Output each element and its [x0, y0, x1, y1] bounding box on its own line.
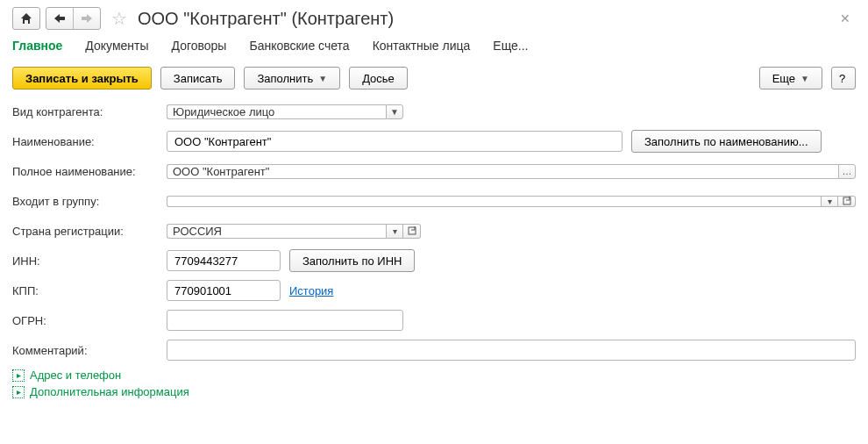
- dossier-button[interactable]: Досье: [349, 67, 408, 90]
- full-name-field[interactable]: ООО "Контрагент" …: [167, 164, 856, 179]
- tab-main[interactable]: Главное: [12, 39, 62, 58]
- arrow-left-icon: [54, 14, 65, 23]
- window-header: ☆ ООО "Контрагент" (Контрагент) ✕: [0, 0, 868, 33]
- name-field[interactable]: [167, 131, 623, 152]
- tab-contracts[interactable]: Договоры: [172, 39, 227, 58]
- ogrn-field[interactable]: [167, 310, 403, 331]
- comment-field[interactable]: [167, 340, 856, 361]
- group-field[interactable]: ▾: [167, 196, 856, 207]
- section-extra-info[interactable]: ▸ Дополнительная информация: [12, 385, 856, 398]
- history-link[interactable]: История: [289, 284, 333, 297]
- fill-by-name-button[interactable]: Заполнить по наименованию...: [631, 130, 822, 153]
- kind-dropdown-btn[interactable]: ▼: [386, 104, 403, 119]
- home-button[interactable]: [12, 7, 40, 30]
- form: Вид контрагента: Юридическое лицо ▼ Наим…: [0, 100, 868, 398]
- comment-input[interactable]: [173, 343, 850, 358]
- more-button-label: Еще: [772, 72, 795, 85]
- kind-field[interactable]: Юридическое лицо ▼: [167, 104, 403, 119]
- page-title: ООО "Контрагент" (Контрагент): [138, 9, 394, 29]
- arrow-right-icon: [82, 14, 92, 23]
- section-address[interactable]: ▸ Адрес и телефон: [12, 369, 856, 382]
- toolbar: Записать и закрыть Записать Заполнить ▼ …: [0, 58, 868, 100]
- full-name-value: ООО "Контрагент": [167, 164, 838, 179]
- group-dropdown-btn[interactable]: ▾: [821, 196, 838, 207]
- country-field[interactable]: РОССИЯ ▾: [167, 224, 421, 239]
- save-button[interactable]: Записать: [160, 67, 236, 90]
- chevron-down-icon: ▼: [318, 74, 327, 83]
- group-value: [167, 196, 821, 207]
- inn-label: ИНН:: [12, 254, 167, 268]
- fill-button-label: Заполнить: [257, 72, 313, 85]
- section-extra-label: Дополнительная информация: [30, 385, 189, 398]
- tab-bank-accounts[interactable]: Банковские счета: [249, 39, 349, 58]
- favorite-icon[interactable]: ☆: [106, 8, 132, 29]
- kpp-label: КПП:: [12, 284, 167, 297]
- chevron-right-icon: ▸: [12, 369, 25, 382]
- kpp-field[interactable]: [167, 280, 281, 301]
- ogrn-input[interactable]: [173, 313, 397, 328]
- tab-documents[interactable]: Документы: [85, 39, 148, 58]
- fill-button[interactable]: Заполнить ▼: [244, 67, 340, 90]
- country-dropdown-btn[interactable]: ▾: [386, 224, 403, 239]
- tab-more[interactable]: Еще...: [493, 39, 528, 58]
- tab-contacts[interactable]: Контактные лица: [373, 39, 471, 58]
- open-icon: [408, 226, 416, 235]
- home-icon: [20, 12, 32, 25]
- name-label: Наименование:: [12, 135, 167, 148]
- kind-label: Вид контрагента:: [12, 105, 167, 118]
- fill-by-inn-button[interactable]: Заполнить по ИНН: [289, 249, 415, 272]
- forward-button[interactable]: [74, 8, 100, 29]
- close-button[interactable]: ✕: [835, 11, 856, 25]
- save-and-close-button[interactable]: Записать и закрыть: [12, 67, 152, 90]
- full-name-label: Полное наименование:: [12, 165, 167, 178]
- name-input[interactable]: [173, 134, 616, 149]
- comment-label: Комментарий:: [12, 344, 167, 357]
- more-button[interactable]: Еще ▼: [759, 67, 822, 90]
- full-name-expand-btn[interactable]: …: [838, 164, 856, 179]
- group-label: Входит в группу:: [12, 195, 167, 208]
- back-button[interactable]: [46, 8, 73, 29]
- kpp-input[interactable]: [173, 283, 274, 298]
- country-value: РОССИЯ: [167, 224, 386, 239]
- kind-value: Юридическое лицо: [167, 104, 386, 119]
- tab-bar: Главное Документы Договоры Банковские сч…: [0, 33, 868, 58]
- chevron-right-icon: ▸: [12, 386, 25, 398]
- open-icon: [843, 197, 851, 205]
- inn-field[interactable]: [167, 250, 281, 271]
- group-open-btn[interactable]: [838, 196, 856, 207]
- section-address-label: Адрес и телефон: [30, 369, 121, 382]
- country-open-btn[interactable]: [403, 224, 421, 239]
- nav-back-forward: [46, 7, 101, 30]
- country-label: Страна регистрации:: [12, 225, 167, 238]
- inn-input[interactable]: [173, 254, 274, 269]
- help-button[interactable]: ?: [831, 67, 856, 90]
- ogrn-label: ОГРН:: [12, 314, 167, 327]
- chevron-down-icon: ▼: [800, 74, 809, 83]
